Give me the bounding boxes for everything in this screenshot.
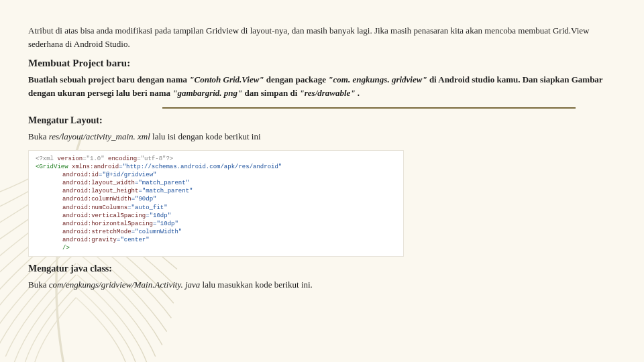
layout-body: Buka res/layout/activity_main. xml lalu …: [28, 130, 616, 143]
heading-java-class: Mengatur java class:: [28, 263, 616, 274]
create-project-body: Buatlah sebuah project baru dengan nama …: [28, 73, 616, 100]
intro-paragraph: Atribut di atas bisa anda modifikasi pad…: [28, 24, 616, 51]
slide-content: Atribut di atas bisa anda modifikasi pad…: [28, 24, 616, 292]
heading-create-project: Membuat Project baru:: [28, 58, 616, 69]
divider: [162, 107, 576, 109]
heading-layout: Mengatur Layout:: [28, 115, 616, 126]
xml-code-block: <?xml version="1.0" encoding="utf-8"?> <…: [28, 150, 404, 257]
java-class-body: Buka com/engkungs/gridview/Main.Activity…: [28, 278, 616, 292]
